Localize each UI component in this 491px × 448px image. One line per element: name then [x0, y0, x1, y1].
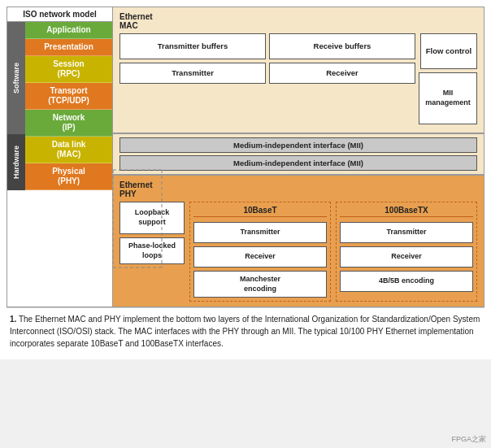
iso-layers: Software Hardware Application Presentati… [7, 22, 112, 190]
mii-management-box: MII management [419, 72, 477, 124]
transmitter-buffers-box: Transmitter buffers [119, 33, 266, 59]
watermark: FPGA之家 [451, 434, 486, 445]
baseT-receiver-box: Receiver [193, 246, 327, 267]
baseTX-title: 100BaseTX [340, 206, 473, 217]
phy-section: EthernetPHY Loopback support Phase-locke… [113, 176, 484, 307]
baseTX-receiver-box: Receiver [340, 246, 473, 267]
transmitter-box: Transmitter [119, 63, 266, 84]
iso-title: ISO network model [7, 7, 112, 22]
caption-number: 1. [10, 315, 16, 324]
phy-left-col: Loopback support Phase-locked loops [119, 202, 185, 302]
mac-section-title: EthernetMAC [119, 12, 477, 30]
mac-transceiver-row: Transmitter Receiver [119, 63, 415, 84]
baseT-encoding-box: Manchesterencoding [193, 271, 327, 298]
flow-control-box: Flow control [420, 33, 477, 69]
caption: 1. The Ethernet MAC and PHY implement th… [7, 307, 484, 353]
main-container: ISO network model Software Hardware Appl… [0, 0, 491, 359]
pll-box: Phase-locked loops [119, 237, 185, 264]
layer-datalink: Data link(MAC) [25, 137, 112, 163]
baseTX-group: 100BaseTX Transmitter Receiver 4B/5B enc… [336, 202, 477, 302]
layer-application: Application [25, 22, 112, 39]
baseT-group: 10BaseT Transmitter Receiver Manchestere… [189, 202, 331, 302]
layer-transport: Transport(TCP/UDP) [25, 83, 112, 110]
layer-physical: Physical(PHY) [25, 163, 112, 190]
mac-top-row: Transmitter buffers Receive buffers Tran… [119, 33, 477, 124]
phy-inner: Loopback support Phase-locked loops 10Ba… [119, 202, 477, 302]
mac-boxes-left: Transmitter buffers Receive buffers Tran… [119, 33, 415, 84]
baseTX-encoding-box: 4B/5B encoding [340, 271, 473, 292]
layer-network: Network(IP) [25, 110, 112, 137]
hardware-label: Hardware [7, 134, 25, 190]
receiver-box: Receiver [269, 63, 415, 84]
mii-bar-2: Medium-independent interface (MII) [119, 155, 477, 171]
phy-section-title: EthernetPHY [119, 181, 477, 198]
caption-text: The Ethernet MAC and PHY implement the b… [10, 315, 480, 348]
baseT-transmitter-box: Transmitter [193, 222, 327, 243]
iso-panel: ISO network model Software Hardware Appl… [7, 7, 113, 307]
layer-list: Application Presentation Session(RPC) Tr… [25, 22, 112, 190]
mac-buffers-row: Transmitter buffers Receive buffers [119, 33, 415, 59]
loopback-support-box: Loopback support [119, 202, 185, 234]
mac-section: EthernetMAC Transmitter buffers Receive … [113, 7, 484, 134]
mii-bar-1: Medium-independent interface (MII) [119, 137, 477, 153]
receive-buffers-box: Receive buffers [269, 33, 415, 59]
layer-session: Session(RPC) [25, 56, 112, 83]
side-labels: Software Hardware [7, 22, 25, 190]
baseT-title: 10BaseT [193, 206, 327, 217]
layer-presentation: Presentation [25, 39, 112, 56]
software-label: Software [7, 22, 25, 134]
baseTX-transmitter-box: Transmitter [340, 222, 473, 243]
right-panel: EthernetMAC Transmitter buffers Receive … [113, 7, 484, 307]
diagram-area: ISO network model Software Hardware Appl… [7, 7, 484, 307]
mii-bars: Medium-independent interface (MII) Mediu… [113, 134, 484, 176]
